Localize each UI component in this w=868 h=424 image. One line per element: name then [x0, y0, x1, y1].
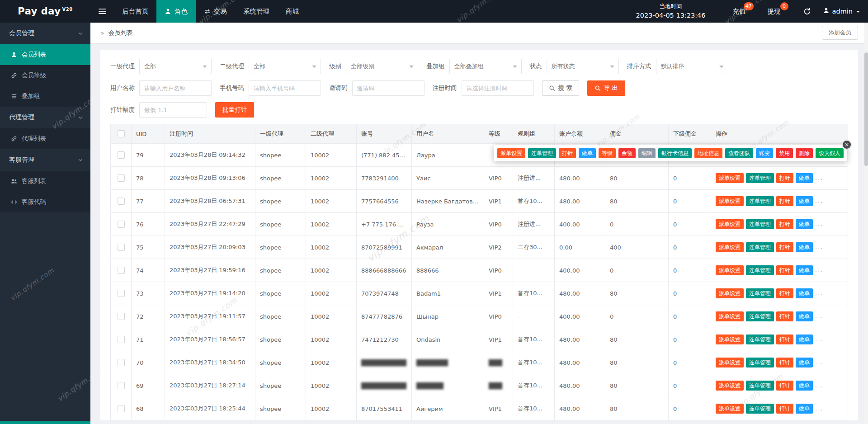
row-checkbox[interactable] — [118, 313, 125, 320]
action-button[interactable]: 连单管理 — [746, 334, 774, 344]
action-button[interactable]: 连单管理 — [746, 288, 774, 298]
nav-item-system[interactable]: 系统管理 — [235, 0, 278, 23]
sidebar-group-1[interactable]: 代理管理 — [0, 107, 90, 128]
row-checkbox[interactable] — [118, 244, 125, 251]
row-checkbox[interactable] — [118, 151, 125, 159]
action-button[interactable]: 做单 — [796, 242, 813, 252]
action-menu-button[interactable]: 设为假人 — [816, 148, 844, 158]
action-button[interactable]: 打针 — [776, 404, 793, 414]
more-actions-button[interactable]: ... — [815, 174, 823, 181]
add-member-button[interactable]: 添加会员 — [822, 26, 858, 40]
action-button[interactable]: 派单设置 — [716, 334, 744, 344]
sidebar-item[interactable]: 客服代码 — [0, 192, 90, 212]
row-checkbox[interactable] — [118, 290, 125, 297]
row-checkbox[interactable] — [118, 359, 125, 366]
action-button[interactable]: 连单管理 — [746, 196, 774, 206]
action-button[interactable]: 做单 — [796, 265, 813, 275]
filter-select[interactable]: 所有状态 — [547, 59, 619, 74]
action-button[interactable]: 打针 — [776, 173, 793, 183]
sidebar-group-2[interactable]: 客服管理 — [0, 149, 90, 171]
filter-input[interactable] — [249, 80, 321, 96]
more-actions-button[interactable]: ... — [815, 313, 823, 320]
batch-inject-button[interactable]: 批量打针 — [215, 102, 254, 118]
row-checkbox[interactable] — [118, 174, 125, 182]
export-button[interactable]: 导 出 — [587, 80, 625, 96]
action-menu-button[interactable]: 编辑 — [638, 148, 656, 158]
row-checkbox[interactable] — [118, 382, 125, 389]
sidebar-scrollbar[interactable] — [0, 421, 90, 424]
filter-input[interactable] — [352, 80, 425, 96]
action-button[interactable]: 连单管理 — [746, 173, 774, 183]
more-actions-button[interactable]: ... — [815, 267, 823, 273]
action-button[interactable]: 派单设置 — [716, 173, 744, 183]
filter-input[interactable] — [462, 80, 534, 96]
more-actions-button[interactable]: ... — [815, 405, 823, 412]
action-button[interactable]: 派单设置 — [716, 404, 744, 414]
row-checkbox[interactable] — [118, 405, 125, 412]
action-button[interactable]: 做单 — [796, 219, 813, 229]
action-button[interactable]: 派单设置 — [716, 358, 744, 367]
action-menu-button[interactable]: 地址信息 — [694, 148, 722, 158]
select-all-checkbox[interactable] — [118, 130, 125, 137]
action-button[interactable]: 派单设置 — [716, 311, 744, 321]
action-button[interactable]: 打针 — [776, 265, 793, 275]
action-menu-button[interactable]: 删除 — [796, 148, 813, 158]
inject-input[interactable] — [139, 102, 207, 118]
more-actions-button[interactable]: ... — [815, 359, 823, 366]
recharge-link[interactable]: 充值 47 — [733, 7, 746, 16]
action-button[interactable]: 做单 — [796, 196, 813, 206]
action-menu-button[interactable]: 禁用 — [776, 148, 793, 158]
sidebar-item[interactable]: 会员列表 — [0, 44, 90, 65]
filter-select[interactable]: 默认排序 — [656, 59, 728, 74]
more-actions-button[interactable]: ... — [815, 221, 823, 227]
action-button[interactable]: 打针 — [776, 242, 793, 252]
action-menu-button[interactable]: 做单 — [579, 148, 596, 158]
action-menu-button[interactable]: 查看团队 — [725, 148, 753, 158]
search-button[interactable]: 搜 索 — [542, 80, 579, 96]
action-button[interactable]: 打针 — [776, 196, 793, 206]
action-button[interactable]: 打针 — [776, 358, 793, 367]
action-button[interactable]: 打针 — [776, 311, 793, 321]
row-checkbox[interactable] — [118, 221, 125, 228]
more-actions-button[interactable]: ... — [815, 198, 823, 204]
action-menu-button[interactable]: 派单设置 — [497, 148, 525, 158]
action-menu-button[interactable]: 等级 — [599, 148, 616, 158]
nav-item-trade[interactable]: 交易 — [196, 0, 235, 23]
more-actions-button[interactable]: ... — [815, 290, 823, 297]
sidebar-item[interactable]: 叠加组 — [0, 86, 90, 107]
more-actions-button[interactable]: ... — [815, 336, 823, 343]
sidebar-item[interactable]: 客服列表 — [0, 171, 90, 192]
action-button[interactable]: 派单设置 — [716, 381, 744, 391]
filter-select[interactable]: 全部 — [249, 59, 321, 74]
action-button[interactable]: 连单管理 — [746, 381, 774, 391]
action-button[interactable]: 派单设置 — [716, 265, 744, 275]
row-checkbox[interactable] — [118, 198, 125, 205]
action-menu-button[interactable]: 打针 — [559, 148, 576, 158]
action-button[interactable]: 打针 — [776, 219, 793, 229]
sidebar-group-0[interactable]: 会员管理 — [0, 23, 90, 44]
close-icon[interactable]: × — [842, 140, 852, 150]
action-button[interactable]: 派单设置 — [716, 242, 744, 252]
action-button[interactable]: 连单管理 — [746, 404, 774, 414]
action-button[interactable]: 打针 — [776, 288, 793, 298]
action-button[interactable]: 做单 — [796, 173, 813, 183]
filter-select[interactable]: 全部 — [139, 59, 212, 74]
action-button[interactable]: 做单 — [796, 288, 813, 298]
action-button[interactable]: 连单管理 — [746, 219, 774, 229]
action-menu-button[interactable]: 连单管理 — [528, 148, 556, 158]
action-button[interactable]: 做单 — [796, 404, 813, 414]
filter-input[interactable] — [139, 80, 212, 96]
page-scrollbar[interactable] — [864, 23, 868, 424]
action-menu-button[interactable]: 余额 — [618, 148, 636, 158]
nav-item-home[interactable]: 后台首页 — [114, 0, 156, 23]
nav-item-roles[interactable]: 角色 — [156, 0, 196, 23]
admin-menu[interactable]: admin — [823, 7, 860, 15]
action-button[interactable]: 派单设置 — [716, 196, 744, 206]
action-button[interactable]: 连单管理 — [746, 358, 774, 367]
action-button[interactable]: 打针 — [776, 381, 793, 391]
action-button[interactable]: 连单管理 — [746, 265, 774, 275]
action-button[interactable]: 做单 — [796, 334, 813, 344]
action-button[interactable]: 连单管理 — [746, 242, 774, 252]
refresh-icon[interactable] — [803, 8, 811, 15]
sidebar-item[interactable]: 会员等级 — [0, 65, 90, 86]
